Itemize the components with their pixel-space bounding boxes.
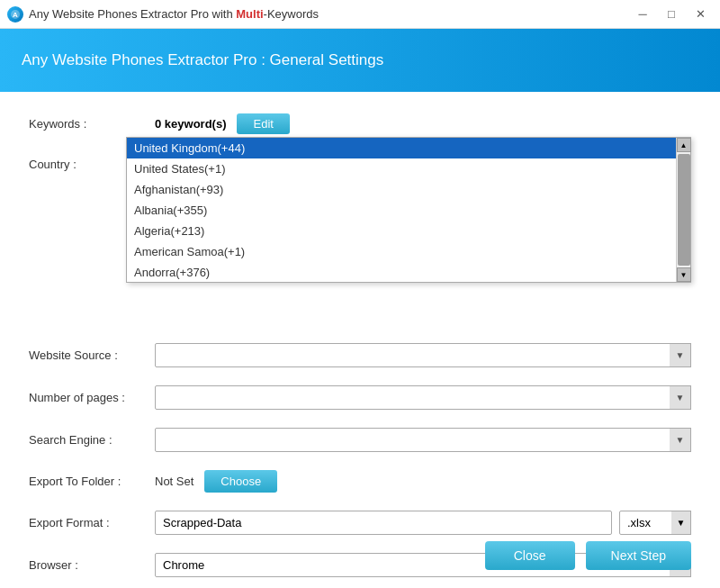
title-bar: A Any Website Phones Extractor Pro with … bbox=[0, 0, 720, 29]
dropdown-scrollbar: ▲ ▼ bbox=[676, 138, 690, 282]
keywords-label: Keywords : bbox=[29, 117, 155, 131]
export-format-control: .xlsx ▼ bbox=[155, 511, 691, 535]
num-pages-label: Number of pages : bbox=[29, 391, 155, 404]
search-engine-row: Search Engine : ▼ bbox=[29, 428, 691, 452]
website-source-label: Website Source : bbox=[29, 348, 155, 362]
num-pages-select-wrapper: ▼ bbox=[155, 385, 691, 410]
dropdown-item-albania[interactable]: Albania(+355) bbox=[127, 200, 676, 221]
close-button[interactable]: ✕ bbox=[688, 5, 713, 24]
country-dropdown: United Kingdom(+44) United States(+1) Af… bbox=[126, 137, 691, 283]
export-folder-label: Export To Folder : bbox=[29, 475, 155, 488]
export-ext-select[interactable]: .xlsx bbox=[619, 511, 691, 535]
dropdown-items-container: United Kingdom(+44) United States(+1) Af… bbox=[127, 138, 690, 282]
dropdown-item-algeria[interactable]: Algeria(+213) bbox=[127, 221, 676, 241]
browser-label: Browser : bbox=[29, 558, 155, 572]
export-format-input[interactable] bbox=[155, 511, 612, 535]
minimize-button[interactable]: ─ bbox=[630, 5, 655, 24]
num-pages-control: ▼ bbox=[155, 385, 691, 410]
header-banner: Any Website Phones Extractor Pro : Gener… bbox=[0, 29, 720, 92]
bottom-bar: Close Next Step bbox=[485, 541, 691, 570]
website-source-control: ▼ bbox=[155, 343, 691, 367]
dropdown-item-uk[interactable]: United Kingdom(+44) bbox=[127, 138, 676, 158]
not-set-text: Not Set bbox=[155, 475, 194, 488]
dropdown-item-afghanistan[interactable]: Afghanistan(+93) bbox=[127, 179, 676, 200]
window-title: Any Website Phones Extractor Pro with Mu… bbox=[29, 7, 319, 21]
close-dialog-button[interactable]: Close bbox=[485, 541, 575, 570]
window-controls: ─ □ ✕ bbox=[630, 5, 713, 24]
choose-folder-button[interactable]: Choose bbox=[204, 470, 277, 493]
search-engine-select-wrapper: ▼ bbox=[155, 428, 691, 452]
svg-text:A: A bbox=[13, 11, 18, 19]
search-engine-label: Search Engine : bbox=[29, 433, 155, 447]
export-folder-row: Export To Folder : Not Set Choose bbox=[29, 470, 691, 493]
search-engine-control: ▼ bbox=[155, 428, 691, 452]
dropdown-item-us[interactable]: United States(+1) bbox=[127, 158, 676, 179]
app-icon: A bbox=[7, 6, 23, 23]
dropdown-item-andorra[interactable]: Andorra(+376) bbox=[127, 262, 676, 282]
export-ext-wrapper: .xlsx ▼ bbox=[619, 511, 691, 535]
main-content: Keywords : 0 keyword(s) Edit Country : U… bbox=[0, 92, 720, 588]
header-title: Any Website Phones Extractor Pro : Gener… bbox=[22, 51, 383, 69]
num-pages-select[interactable] bbox=[155, 385, 691, 410]
website-source-row: Website Source : ▼ bbox=[29, 343, 691, 367]
scrollbar-up-button[interactable]: ▲ bbox=[677, 138, 691, 152]
num-pages-row: Number of pages : ▼ bbox=[29, 385, 691, 410]
next-step-button[interactable]: Next Step bbox=[586, 541, 691, 570]
website-source-select-wrapper: ▼ bbox=[155, 343, 691, 367]
maximize-button[interactable]: □ bbox=[659, 5, 684, 24]
scrollbar-down-button[interactable]: ▼ bbox=[677, 267, 691, 282]
export-format-row: Export Format : .xlsx ▼ bbox=[29, 511, 691, 535]
edit-keywords-button[interactable]: Edit bbox=[237, 113, 289, 134]
scrollbar-thumb[interactable] bbox=[678, 154, 690, 266]
keywords-value: 0 keyword(s) bbox=[155, 117, 226, 131]
title-bar-left: A Any Website Phones Extractor Pro with … bbox=[7, 6, 319, 23]
keywords-row: Keywords : 0 keyword(s) Edit bbox=[29, 113, 691, 134]
keywords-control: 0 keyword(s) Edit bbox=[155, 113, 691, 134]
export-folder-control: Not Set Choose bbox=[155, 470, 691, 493]
export-format-label: Export Format : bbox=[29, 516, 155, 529]
website-source-select[interactable] bbox=[155, 343, 691, 367]
dropdown-item-american-samoa[interactable]: American Samoa(+1) bbox=[127, 241, 676, 262]
search-engine-select[interactable] bbox=[155, 428, 691, 452]
